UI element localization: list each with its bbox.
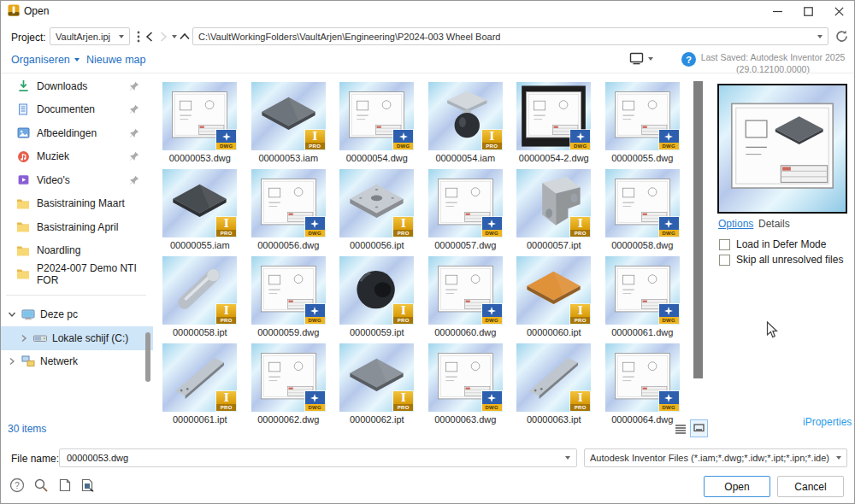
chevron-down-icon[interactable] [8, 310, 16, 319]
sidebar-item-p2024-007-demo-nti-for[interactable]: P2024-007 Demo NTI FOR [1, 262, 153, 286]
iproperties-link[interactable]: iProperties [803, 416, 852, 428]
thumbnail-view-toggle[interactable] [690, 419, 708, 437]
file-item[interactable]: IPRO00000053.iam [245, 76, 333, 163]
sidebar-item-basistraining-april[interactable]: Basistraining April [1, 215, 153, 239]
back-button[interactable] [141, 28, 156, 44]
file-thumbnail: IPRO [339, 343, 414, 412]
find-icon[interactable] [33, 478, 49, 493]
sidebar-item-muziek[interactable]: Muziek [1, 145, 153, 169]
open-button[interactable]: Open [704, 476, 770, 497]
list-view-toggle[interactable] [674, 422, 687, 436]
sidebar-item-deze-pc[interactable]: Deze pc [1, 303, 153, 327]
grid-scrollbar-thumb[interactable] [693, 81, 703, 378]
chevron-down-icon [836, 456, 841, 460]
file-name-label: 00000053.dwg [169, 153, 231, 163]
options-link[interactable]: Options [718, 218, 753, 230]
file-thumbnail: DWG [605, 82, 680, 150]
sidebar-item-video-s[interactable]: Video's [1, 168, 153, 192]
file-item[interactable]: DWG00000059.dwg [245, 250, 333, 337]
file-item[interactable]: IPRO00000059.ipt [333, 250, 422, 337]
last-saved-info: Last Saved: Autodesk Inventor 2025 (29.0… [693, 51, 852, 75]
file-item[interactable]: IPRO00000054.iam [422, 76, 510, 163]
close-button[interactable] [823, 1, 854, 21]
new-folder-label: Nieuwe map [86, 54, 145, 66]
address-bar[interactable]: C:\VaultWorkingFolders\VaultArjen\Engine… [192, 27, 828, 45]
minimize-button[interactable] [762, 1, 793, 21]
import-file-icon[interactable] [80, 478, 95, 493]
sidebar-scrollbar-thumb[interactable] [145, 332, 150, 382]
inventor-pro-badge-icon: IPRO [216, 304, 236, 324]
file-item[interactable]: IPRO00000055.iam [156, 163, 245, 250]
chevron-right-icon[interactable] [8, 357, 16, 366]
sidebar-divider [6, 295, 146, 296]
maximize-button[interactable] [793, 1, 823, 21]
drive-icon [33, 334, 47, 343]
file-item[interactable]: DWG00000061.dwg [598, 250, 687, 337]
sidebar-item-documenten[interactable]: Documenten [1, 98, 153, 122]
file-item[interactable]: IPRO00000060.ipt [510, 250, 598, 337]
file-item[interactable]: DWG00000058.dwg [598, 163, 687, 250]
pin-icon [129, 81, 139, 91]
file-name-label: 00000059.ipt [350, 327, 404, 337]
chevron-right-icon[interactable] [20, 334, 28, 343]
details-link[interactable]: Details [758, 218, 790, 230]
sidebar-item-downloads[interactable]: Downloads [1, 74, 153, 98]
help-circle-button[interactable]: ? [9, 478, 25, 493]
file-item[interactable]: IPRO00000062.ipt [333, 337, 422, 425]
file-item[interactable]: IPRO00000058.ipt [156, 250, 245, 337]
file-thumbnail: IPRO [516, 256, 591, 325]
file-item[interactable]: DWG00000053.dwg [156, 76, 245, 163]
sidebar-item-label: Downloads [37, 80, 87, 92]
file-item[interactable]: IPRO00000061.ipt [156, 337, 245, 425]
view-mode-button[interactable] [629, 52, 653, 65]
file-item[interactable]: DWG00000062.dwg [245, 337, 333, 425]
thumbnail-view-icon [693, 424, 705, 433]
music-icon [16, 149, 30, 163]
file-item[interactable]: DWG00000056.dwg [245, 163, 333, 250]
refresh-icon[interactable] [834, 29, 849, 44]
pc-icon [21, 308, 35, 320]
file-name-label: 00000058.ipt [173, 327, 227, 337]
file-item[interactable]: DWG00000054-2.dwg [510, 76, 598, 163]
skip-unresolved-checkbox[interactable] [719, 255, 730, 266]
file-item[interactable]: DWG00000057.dwg [422, 163, 510, 250]
file-item[interactable]: DWG00000063.dwg [422, 337, 510, 425]
file-name-label: 00000055.dwg [611, 153, 673, 163]
file-item[interactable]: DWG00000064.dwg [598, 337, 687, 425]
file-item[interactable]: DWG00000054.dwg [333, 76, 422, 163]
project-select[interactable]: VaultArjen.ipj [50, 27, 130, 45]
cancel-button-label: Cancel [794, 481, 826, 493]
organize-menu[interactable]: Organiseren [11, 54, 80, 66]
new-folder-button[interactable]: Nieuwe map [86, 54, 145, 66]
file-item[interactable]: DWG00000060.dwg [422, 250, 510, 337]
file-item[interactable]: DWG00000055.dwg [598, 76, 687, 163]
file-item[interactable]: IPRO00000056.ipt [333, 163, 422, 250]
pin-icon [129, 128, 139, 138]
file-name-input[interactable] [59, 448, 577, 467]
file-thumbnail: IPRO [516, 343, 591, 412]
sidebar-item-label: Lokale schijf (C:) [52, 332, 128, 344]
dwg-badge-icon: DWG [659, 391, 679, 411]
sidebar-item-netwerk[interactable]: Netwerk [1, 350, 153, 374]
file-item[interactable]: IPRO00000063.ipt [510, 337, 598, 425]
sidebar-item-label: Deze pc [40, 308, 78, 320]
cancel-button[interactable]: Cancel [777, 476, 844, 497]
file-type-select[interactable]: Autodesk Inventor Files (*.iam;*.dwg;*.i… [584, 448, 847, 467]
inventor-pro-badge-icon: IPRO [570, 391, 590, 411]
sidebar-item-lokale-schijf-c-[interactable]: Lokale schijf (C:) [1, 326, 153, 350]
sidebar-item-basistraining-maart[interactable]: Basistraining Maart [1, 192, 153, 216]
file-thumbnail: DWG [428, 343, 503, 412]
file-name-label: 00000059.dwg [257, 327, 319, 337]
item-count: 30 items [8, 423, 46, 435]
defer-mode-checkbox[interactable] [719, 239, 730, 250]
file-item[interactable]: IPRO00000057.ipt [510, 163, 598, 250]
up-button[interactable] [177, 28, 192, 44]
titlebar[interactable]: Open [1, 1, 854, 21]
sidebar-item-noardling[interactable]: Noardling [1, 239, 153, 263]
file-type-value: Autodesk Inventor Files (*.iam;*.dwg;*.i… [590, 453, 829, 463]
new-file-icon[interactable] [57, 478, 73, 493]
file-name-label: 00000062.dwg [257, 414, 319, 425]
sidebar-item-afbeeldingen[interactable]: Afbeeldingen [1, 121, 153, 145]
chevron-down-icon [648, 57, 653, 61]
file-thumbnail: IPRO [428, 82, 503, 150]
